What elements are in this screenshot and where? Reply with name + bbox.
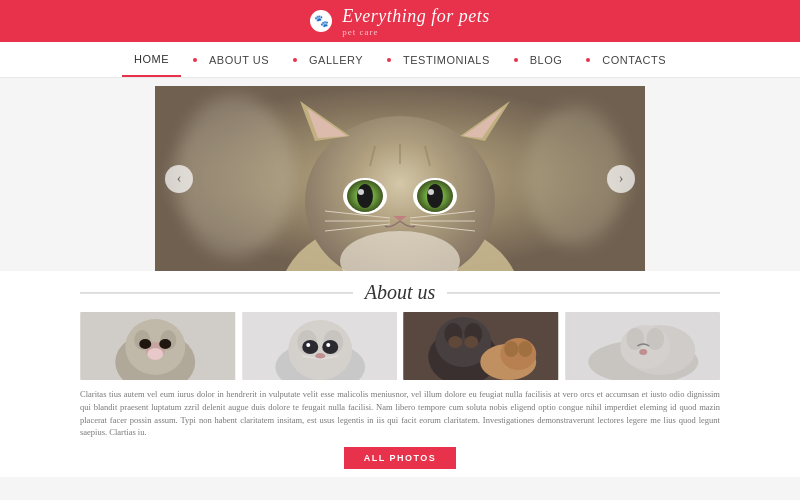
kitten-photo-2	[242, 312, 398, 380]
paw-icon: 🐾	[314, 14, 329, 29]
svg-point-46	[306, 343, 310, 347]
site-header: 🐾 Everything for pets pet care	[0, 0, 800, 42]
kitten-photo-1	[80, 312, 236, 380]
about-section: About us	[0, 271, 800, 477]
svg-point-56	[448, 336, 462, 348]
svg-point-57	[464, 336, 478, 348]
hero-slider: ‹ ›	[155, 86, 645, 271]
svg-point-14	[357, 184, 373, 208]
svg-point-45	[322, 340, 338, 354]
svg-point-19	[428, 189, 434, 195]
svg-point-36	[147, 348, 163, 360]
hero-image	[155, 86, 645, 271]
photo-item-2[interactable]	[242, 312, 398, 380]
site-title: Everything for pets	[342, 6, 489, 27]
photo-item-4[interactable]	[565, 312, 721, 380]
svg-point-47	[326, 343, 330, 347]
hero-next-button[interactable]: ›	[607, 165, 635, 193]
photo-item-1[interactable]	[80, 312, 236, 380]
svg-point-60	[504, 341, 518, 357]
svg-point-15	[358, 189, 364, 195]
main-navigation: HOME ABOUT US GALLERY TESTIMONIALS BLOG …	[0, 42, 800, 78]
nav-blog[interactable]: BLOG	[518, 42, 575, 77]
svg-point-59	[500, 338, 536, 370]
nav-gallery[interactable]: GALLERY	[297, 42, 375, 77]
site-subtitle: pet care	[342, 27, 378, 37]
nav-about-us[interactable]: ABOUT US	[197, 42, 281, 77]
nav-testimonials[interactable]: TESTIMONIALS	[391, 42, 502, 77]
nav-contacts[interactable]: CONTACTS	[590, 42, 678, 77]
nav-home[interactable]: HOME	[122, 42, 181, 77]
photo-grid	[80, 312, 720, 380]
svg-point-68	[639, 349, 647, 355]
photo-item-3[interactable]	[403, 312, 559, 380]
hero-prev-button[interactable]: ‹	[165, 165, 193, 193]
svg-point-66	[626, 328, 644, 350]
all-photos-button[interactable]: ALL PHOTOS	[344, 447, 457, 469]
logo-icon: 🐾	[310, 10, 332, 32]
cats-photo-3	[403, 312, 559, 380]
svg-point-67	[646, 328, 664, 350]
svg-point-41	[288, 320, 352, 380]
svg-point-44	[302, 340, 318, 354]
svg-point-61	[518, 341, 532, 357]
cat-photo-4	[565, 312, 721, 380]
svg-point-38	[159, 339, 171, 349]
svg-point-18	[427, 184, 443, 208]
svg-point-37	[139, 339, 151, 349]
svg-point-65	[620, 325, 670, 369]
about-description: Claritas tius autem vel eum iurus dolor …	[80, 388, 720, 439]
cat-illustration	[155, 86, 645, 271]
title-block: Everything for pets pet care	[342, 6, 489, 37]
about-title: About us	[80, 281, 720, 304]
svg-point-1	[175, 96, 295, 256]
